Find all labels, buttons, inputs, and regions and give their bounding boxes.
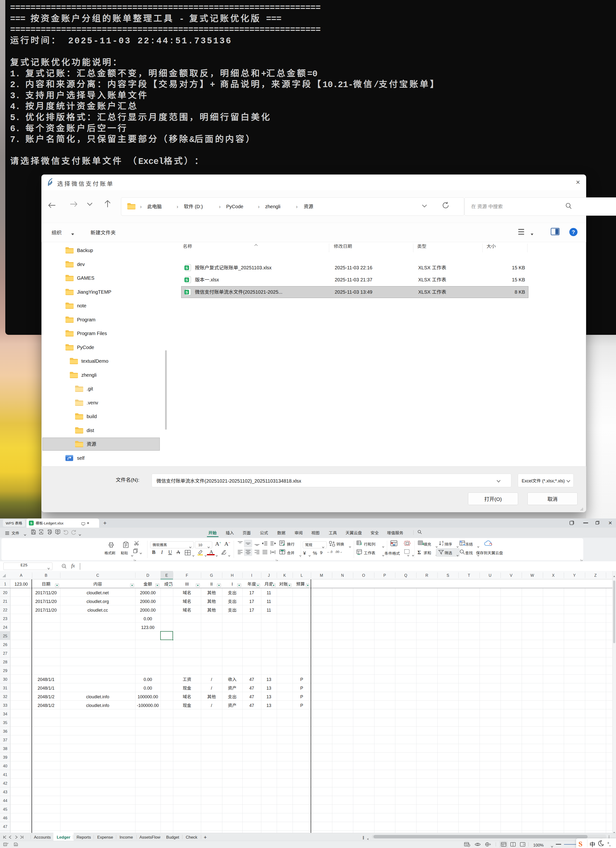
svg-text:S: S xyxy=(185,290,188,294)
svg-text:A: A xyxy=(442,541,444,543)
svg-text:Z: Z xyxy=(442,544,443,546)
svg-text:?: ? xyxy=(572,229,575,235)
svg-text:S: S xyxy=(185,266,188,270)
svg-text:S: S xyxy=(185,278,188,282)
svg-text:S: S xyxy=(30,521,33,525)
svg-text:P: P xyxy=(7,842,9,845)
